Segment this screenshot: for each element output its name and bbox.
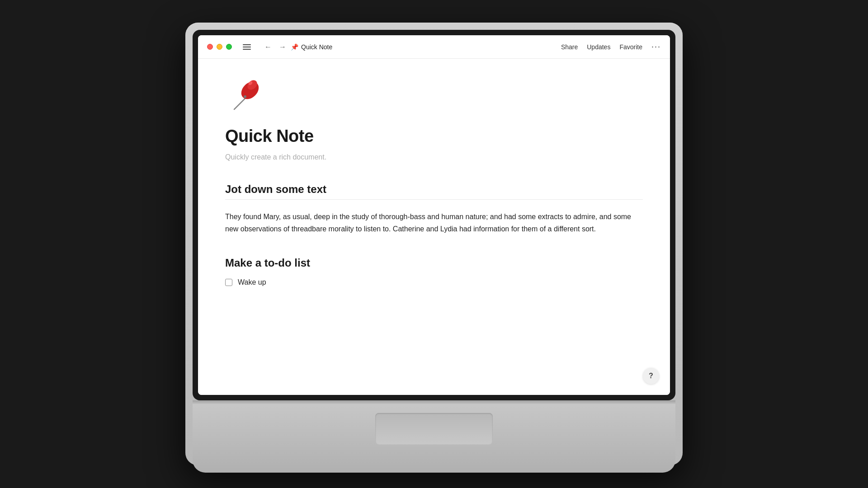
- screen-bezel: ← → 📌 Quick Note Share Updates Favorite …: [193, 30, 675, 400]
- favorite-button[interactable]: Favorite: [619, 43, 642, 51]
- todo-label: Wake up: [238, 278, 266, 286]
- laptop-screen: ← → 📌 Quick Note Share Updates Favorite …: [198, 35, 670, 395]
- document-subtitle: Quickly create a rich document.: [225, 153, 643, 161]
- content-area: Quick Note Quickly create a rich documen…: [198, 59, 670, 395]
- titlebar-title: 📌 Quick Note: [291, 43, 332, 51]
- document-icon: [225, 77, 266, 117]
- todo-checkbox[interactable]: [225, 279, 232, 286]
- titlebar-actions: Share Updates Favorite ···: [561, 42, 661, 52]
- pin-icon: 📌: [291, 43, 298, 51]
- trackpad[interactable]: [375, 413, 493, 445]
- titlebar-title-text: Quick Note: [301, 43, 332, 51]
- titlebar: ← → 📌 Quick Note Share Updates Favorite …: [198, 35, 670, 59]
- section-1-heading: Jot down some text: [225, 183, 643, 196]
- minimize-button[interactable]: [217, 44, 222, 50]
- updates-button[interactable]: Updates: [587, 43, 610, 51]
- laptop-hinge: [193, 400, 675, 404]
- forward-button[interactable]: →: [276, 41, 289, 53]
- laptop-outer: ← → 📌 Quick Note Share Updates Favorite …: [185, 23, 683, 465]
- share-button[interactable]: Share: [561, 43, 578, 51]
- laptop-base: [193, 400, 675, 473]
- navigation-buttons: ← →: [262, 41, 289, 53]
- traffic-lights: [207, 44, 232, 50]
- todo-item: Wake up: [225, 278, 643, 286]
- maximize-button[interactable]: [226, 44, 232, 50]
- document-title: Quick Note: [225, 127, 643, 146]
- section-1-body: They found Mary, as usual, deep in the s…: [225, 211, 643, 235]
- section-2-heading: Make a to-do list: [225, 257, 643, 269]
- svg-point-4: [244, 95, 246, 98]
- close-button[interactable]: [207, 44, 213, 50]
- menu-button[interactable]: [239, 42, 255, 52]
- section-1-divider: [225, 199, 643, 200]
- more-options-button[interactable]: ···: [651, 42, 661, 52]
- back-button[interactable]: ←: [262, 41, 274, 53]
- help-button[interactable]: ?: [643, 368, 659, 384]
